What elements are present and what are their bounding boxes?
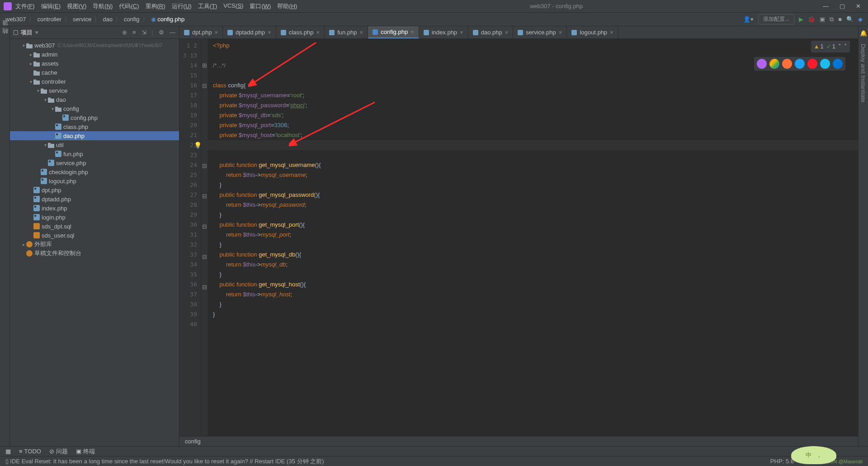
tab-close-icon[interactable]: ×	[214, 29, 218, 36]
editor-tab[interactable]: dpt.php×	[179, 26, 223, 38]
tree-arrow-icon[interactable]: ▾	[42, 143, 48, 147]
ime-indicator[interactable]: 中 ，	[791, 446, 836, 464]
menu-item[interactable]: 导航(N)	[93, 2, 113, 10]
code-line[interactable]: private $mysql_db='sds';	[213, 110, 858, 120]
code-line[interactable]: return $this->mysql_host;	[213, 290, 858, 300]
editor-tab[interactable]: index.php×	[419, 26, 468, 38]
code-line[interactable]: return $this->mysql_db;	[213, 260, 858, 270]
editor-tab[interactable]: logout.php×	[567, 26, 618, 38]
code-line[interactable]: private $mysql_username='root';	[213, 90, 858, 100]
code-line[interactable]: }	[213, 240, 858, 250]
tree-arrow-icon[interactable]	[50, 152, 55, 157]
collapse-icon[interactable]: ⇲	[142, 29, 146, 36]
nav-down-icon[interactable]: ˅	[844, 42, 847, 52]
tab-close-icon[interactable]: ×	[410, 29, 414, 35]
tree-row[interactable]: login.php	[10, 213, 179, 222]
firefox-icon[interactable]	[782, 59, 792, 69]
minimize-icon[interactable]: —	[823, 3, 829, 10]
code-area[interactable]: <?php /*...*/ class config{ private $mys…	[208, 39, 858, 436]
tree-arrow-icon[interactable]	[42, 161, 48, 166]
menu-item[interactable]: 窗口(W)	[250, 2, 271, 10]
breadcrumb-item[interactable]: config	[124, 16, 140, 23]
fold-column[interactable]: ⊞ ⊟ ⊟ ⊟ ⊟ ⊟ ⊟	[201, 39, 208, 436]
tree-arrow-icon[interactable]	[57, 115, 62, 120]
tree-row[interactable]: 草稿文件和控制台	[10, 249, 179, 258]
safari-icon[interactable]	[795, 59, 805, 69]
editor-tab[interactable]: dao.php×	[468, 26, 514, 38]
tree-row[interactable]: fun.php	[10, 149, 179, 158]
editor-tab[interactable]: dptadd.php×	[223, 26, 276, 38]
phpstorm-icon[interactable]	[757, 59, 767, 69]
user-icon[interactable]: 👤▾	[743, 16, 754, 23]
nav-up-icon[interactable]: ˄	[838, 42, 841, 52]
code-line[interactable]: private $mysql_port=3306;	[213, 120, 858, 130]
tree-arrow-icon[interactable]: ▾	[21, 43, 26, 48]
menu-item[interactable]: 工具(T)	[198, 2, 217, 10]
run-icon[interactable]: ▶	[799, 16, 803, 23]
menu-item[interactable]: 代码(C)	[119, 2, 139, 10]
menu-item[interactable]: 运行(U)	[172, 2, 192, 10]
code-line[interactable]	[213, 71, 858, 81]
tab-close-icon[interactable]: ×	[460, 29, 463, 36]
editor-tab[interactable]: fun.php×	[325, 26, 368, 38]
tree-row[interactable]: ▸admin	[10, 50, 179, 59]
editor-tab[interactable]: class.php×	[276, 26, 325, 38]
tree-arrow-icon[interactable]	[50, 133, 55, 138]
menu-item[interactable]: 视图(V)	[67, 2, 86, 10]
tree-row[interactable]: dao.php	[10, 131, 179, 140]
tool-window-toggle-icon[interactable]: ▦	[5, 448, 11, 455]
tree-row[interactable]: config.php	[10, 113, 179, 122]
tab-close-icon[interactable]: ×	[316, 29, 320, 36]
stop-icon[interactable]: ■	[838, 16, 842, 23]
chrome-icon[interactable]	[769, 59, 779, 69]
crumb-item[interactable]: config	[185, 438, 201, 445]
close-icon[interactable]: ✕	[856, 3, 861, 10]
tree-row[interactable]: index.php	[10, 204, 179, 213]
tree-row[interactable]: ▸assets	[10, 59, 179, 68]
tree-row[interactable]: ▸外部库	[10, 240, 179, 249]
tree-arrow-icon[interactable]	[35, 170, 41, 175]
code-line[interactable]: }	[213, 270, 858, 280]
tree-arrow-icon[interactable]	[28, 224, 33, 229]
project-tree[interactable]: ▾web307C:\Users\86135\Desktop\web\代码审计\w…	[10, 39, 179, 446]
settings-icon[interactable]: ◆	[858, 16, 863, 23]
code-line[interactable]: public function get_mysql_username(){	[213, 160, 858, 170]
tree-row[interactable]: ▾dao	[10, 95, 179, 104]
code-line[interactable]: public function get_mysql_port(){	[213, 220, 858, 230]
tab-close-icon[interactable]: ×	[610, 29, 613, 36]
tree-row[interactable]: dpt.php	[10, 185, 179, 195]
coverage-icon[interactable]: ▣	[820, 16, 825, 23]
tree-arrow-icon[interactable]: ▾	[42, 97, 48, 102]
code-line[interactable]: class config{	[213, 81, 858, 90]
code-line[interactable]: <?php	[213, 41, 858, 51]
tree-row[interactable]: sds_dpt.sql	[10, 222, 179, 231]
menu-item[interactable]: 帮助(H)	[277, 2, 297, 10]
code-line[interactable]: return $this->mysql_username;	[213, 170, 858, 180]
menu-item[interactable]: 文件(F)	[15, 2, 35, 10]
code-line[interactable]: return $this->mysql_port;	[213, 230, 858, 240]
code-line[interactable]: return $this->mysql_password;	[213, 200, 858, 210]
maximize-icon[interactable]: ▢	[840, 3, 845, 10]
tree-arrow-icon[interactable]	[28, 188, 33, 193]
breadcrumb-item[interactable]: web307	[5, 16, 26, 23]
editor-tab[interactable]: config.php×	[368, 26, 419, 38]
tree-arrow-icon[interactable]: ▾	[28, 79, 33, 84]
ie-icon[interactable]	[820, 59, 830, 69]
tree-row[interactable]: ▾service	[10, 86, 179, 95]
hide-icon[interactable]: —	[170, 29, 175, 36]
code-line[interactable]	[213, 329, 858, 339]
tab-close-icon[interactable]: ×	[268, 29, 271, 36]
code-line[interactable]: public function get_mysql_password(){	[213, 190, 858, 200]
tree-arrow-icon[interactable]	[50, 124, 55, 129]
code-line[interactable]	[213, 319, 858, 329]
tree-arrow-icon[interactable]	[28, 70, 33, 75]
terminal-button[interactable]: ▣ 终端	[76, 447, 95, 456]
code-line[interactable]: }	[213, 309, 858, 319]
tree-arrow-icon[interactable]	[28, 206, 33, 211]
breadcrumb-item[interactable]: dao	[103, 16, 113, 23]
code-line[interactable]	[213, 339, 858, 349]
code-line[interactable]	[213, 150, 858, 160]
menu-item[interactable]: 重构(R)	[146, 2, 165, 10]
tree-row[interactable]: checklogin.php	[10, 167, 179, 176]
tree-arrow-icon[interactable]: ▸	[28, 52, 33, 57]
